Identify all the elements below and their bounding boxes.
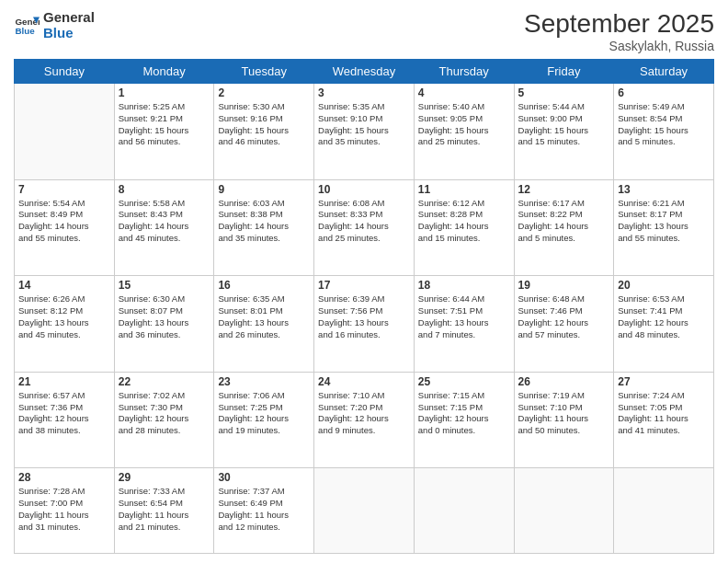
day-number: 10	[318, 183, 410, 196]
cell-info: Sunrise: 7:06 AMSunset: 7:25 PMDaylight:…	[218, 390, 310, 437]
cell-info-line: Daylight: 12 hours	[218, 413, 310, 425]
cell-info: Sunrise: 5:25 AMSunset: 9:21 PMDaylight:…	[119, 101, 210, 148]
cell-info: Sunrise: 6:44 AMSunset: 7:51 PMDaylight:…	[418, 293, 510, 340]
cell-info: Sunrise: 7:33 AMSunset: 6:54 PMDaylight:…	[119, 486, 210, 533]
cell-info-line: and 46 minutes.	[218, 136, 310, 148]
calendar-cell: 20Sunrise: 6:53 AMSunset: 7:41 PMDayligh…	[614, 276, 714, 373]
calendar-cell: 28Sunrise: 7:28 AMSunset: 7:00 PMDayligh…	[15, 468, 115, 554]
cell-info-line: Sunset: 9:10 PM	[318, 113, 410, 125]
header: General Blue General Blue September 2025…	[14, 9, 714, 53]
cell-info-line: and 5 minutes.	[518, 233, 610, 245]
cell-info-line: Daylight: 14 hours	[318, 221, 410, 233]
day-number: 24	[318, 375, 410, 388]
calendar-cell	[15, 84, 115, 180]
day-number: 13	[618, 183, 710, 196]
cell-info-line: Sunset: 8:54 PM	[618, 113, 710, 125]
cell-info-line: and 26 minutes.	[218, 329, 310, 341]
cell-info-line: Sunset: 8:07 PM	[119, 305, 210, 317]
cell-info-line: Daylight: 13 hours	[318, 317, 410, 329]
cell-info-line: and 15 minutes.	[518, 136, 610, 148]
location: Saskylakh, Russia	[524, 39, 714, 53]
cell-info-line: and 9 minutes.	[318, 425, 410, 437]
cell-info-line: and 50 minutes.	[518, 425, 610, 437]
cell-info-line: Sunrise: 5:40 AM	[418, 101, 510, 113]
logo: General Blue General Blue	[14, 9, 95, 40]
cell-info-line: Sunrise: 5:49 AM	[618, 101, 710, 113]
day-number: 23	[218, 375, 310, 388]
weekday-wednesday: Wednesday	[314, 60, 415, 84]
cell-info-line: Sunrise: 7:28 AM	[18, 486, 110, 498]
cell-info-line: Sunrise: 6:26 AM	[18, 293, 110, 305]
day-number: 1	[119, 86, 210, 99]
cell-info-line: and 45 minutes.	[18, 329, 110, 341]
cell-info-line: Daylight: 15 hours	[518, 125, 610, 137]
day-number: 25	[418, 375, 510, 388]
cell-info-line: and 5 minutes.	[618, 136, 710, 148]
cell-info-line: and 0 minutes.	[418, 425, 510, 437]
cell-info-line: Sunset: 8:12 PM	[18, 305, 110, 317]
weekday-thursday: Thursday	[414, 60, 514, 84]
day-number: 12	[518, 183, 610, 196]
cell-info: Sunrise: 7:15 AMSunset: 7:15 PMDaylight:…	[418, 390, 510, 437]
cell-info-line: Sunset: 6:54 PM	[119, 498, 210, 510]
cell-info-line: and 56 minutes.	[119, 136, 210, 148]
cell-info-line: Sunset: 8:01 PM	[218, 305, 310, 317]
cell-info: Sunrise: 6:53 AMSunset: 7:41 PMDaylight:…	[618, 293, 710, 340]
cell-info: Sunrise: 6:57 AMSunset: 7:36 PMDaylight:…	[18, 390, 110, 437]
cell-info-line: Sunrise: 5:44 AM	[518, 101, 610, 113]
calendar-cell: 15Sunrise: 6:30 AMSunset: 8:07 PMDayligh…	[114, 276, 214, 373]
cell-info-line: Sunrise: 7:10 AM	[318, 390, 410, 402]
cell-info-line: Daylight: 13 hours	[418, 317, 510, 329]
week-row-1: 1Sunrise: 5:25 AMSunset: 9:21 PMDaylight…	[15, 84, 714, 180]
cell-info-line: and 38 minutes.	[18, 425, 110, 437]
calendar-cell: 14Sunrise: 6:26 AMSunset: 8:12 PMDayligh…	[15, 276, 115, 373]
cell-info-line: Sunrise: 7:15 AM	[418, 390, 510, 402]
cell-info: Sunrise: 5:44 AMSunset: 9:00 PMDaylight:…	[518, 101, 610, 148]
calendar-cell: 12Sunrise: 6:17 AMSunset: 8:22 PMDayligh…	[514, 179, 614, 276]
calendar-cell: 7Sunrise: 5:54 AMSunset: 8:49 PMDaylight…	[15, 179, 115, 276]
cell-info-line: Daylight: 11 hours	[119, 510, 210, 522]
calendar-cell: 30Sunrise: 7:37 AMSunset: 6:49 PMDayligh…	[214, 468, 314, 554]
cell-info-line: Sunset: 7:10 PM	[518, 402, 610, 414]
cell-info-line: Sunset: 8:17 PM	[618, 209, 710, 221]
calendar-cell: 18Sunrise: 6:44 AMSunset: 7:51 PMDayligh…	[414, 276, 514, 373]
cell-info-line: Daylight: 15 hours	[618, 125, 710, 137]
cell-info-line: Sunrise: 7:19 AM	[518, 390, 610, 402]
day-number: 19	[518, 279, 610, 292]
cell-info-line: Sunset: 9:05 PM	[418, 113, 510, 125]
cell-info: Sunrise: 6:08 AMSunset: 8:33 PMDaylight:…	[318, 198, 410, 245]
cell-info: Sunrise: 5:35 AMSunset: 9:10 PMDaylight:…	[318, 101, 410, 148]
cell-info-line: Sunrise: 5:25 AM	[119, 101, 210, 113]
cell-info-line: Sunrise: 7:06 AM	[218, 390, 310, 402]
cell-info-line: Sunset: 9:00 PM	[518, 113, 610, 125]
cell-info-line: and 55 minutes.	[18, 233, 110, 245]
calendar-cell: 21Sunrise: 6:57 AMSunset: 7:36 PMDayligh…	[15, 372, 115, 468]
cell-info-line: Sunset: 7:51 PM	[418, 305, 510, 317]
calendar-cell: 10Sunrise: 6:08 AMSunset: 8:33 PMDayligh…	[314, 179, 415, 276]
calendar-cell	[414, 468, 514, 554]
calendar-cell: 16Sunrise: 6:35 AMSunset: 8:01 PMDayligh…	[214, 276, 314, 373]
cell-info-line: Daylight: 11 hours	[18, 510, 110, 522]
calendar-cell: 17Sunrise: 6:39 AMSunset: 7:56 PMDayligh…	[314, 276, 415, 373]
calendar-cell: 22Sunrise: 7:02 AMSunset: 7:30 PMDayligh…	[114, 372, 214, 468]
calendar-cell: 1Sunrise: 5:25 AMSunset: 9:21 PMDaylight…	[114, 84, 214, 180]
cell-info-line: Daylight: 14 hours	[418, 221, 510, 233]
cell-info-line: Daylight: 12 hours	[518, 317, 610, 329]
cell-info-line: Sunrise: 6:17 AM	[518, 198, 610, 210]
cell-info-line: Sunrise: 5:58 AM	[119, 198, 210, 210]
cell-info-line: Daylight: 13 hours	[119, 317, 210, 329]
cell-info-line: Daylight: 12 hours	[418, 413, 510, 425]
day-number: 29	[119, 471, 210, 484]
day-number: 8	[119, 183, 210, 196]
cell-info-line: and 16 minutes.	[318, 329, 410, 341]
day-number: 17	[318, 279, 410, 292]
day-number: 16	[218, 279, 310, 292]
day-number: 11	[418, 183, 510, 196]
weekday-friday: Friday	[514, 60, 614, 84]
cell-info: Sunrise: 7:10 AMSunset: 7:20 PMDaylight:…	[318, 390, 410, 437]
cell-info-line: and 31 minutes.	[18, 522, 110, 534]
cell-info-line: Sunset: 7:41 PM	[618, 305, 710, 317]
cell-info-line: Daylight: 14 hours	[18, 221, 110, 233]
cell-info-line: Sunrise: 5:54 AM	[18, 198, 110, 210]
cell-info-line: Daylight: 13 hours	[218, 317, 310, 329]
